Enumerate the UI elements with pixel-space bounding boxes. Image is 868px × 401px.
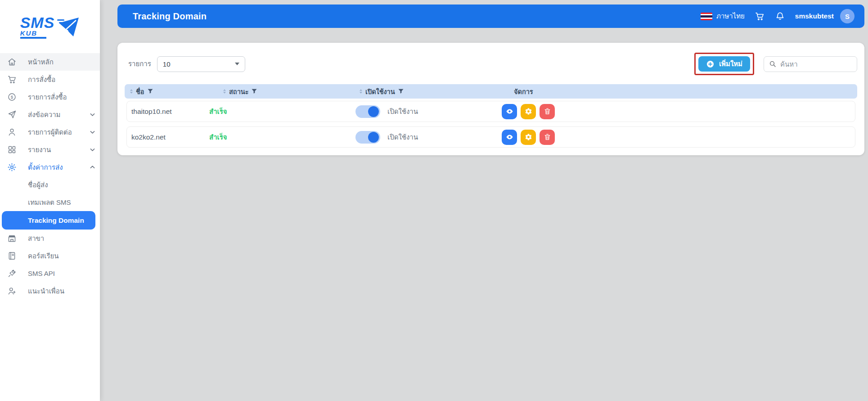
filter-funnel-icon[interactable] [398, 89, 404, 94]
sidebar-item-branch[interactable]: สาขา [0, 230, 100, 247]
column-header-enabled[interactable]: เปิดใช้งาน [360, 86, 514, 97]
paper-plane-logo-icon [56, 17, 80, 37]
sidebar: SMS KUB หน้าหลัก การสั่งซื้อ $ [0, 0, 100, 401]
chevron-down-icon [90, 112, 95, 117]
column-header-name[interactable]: ชื่อ [130, 86, 223, 97]
avatar: S [840, 9, 855, 23]
header-actions: ภาษาไทย smskubtest S [701, 9, 855, 23]
sidebar-item-label: SMS API [28, 270, 55, 277]
language-label: ภาษาไทย [716, 11, 745, 22]
actions-cell [502, 104, 855, 119]
sidebar-item-label: คอร์สเรียน [28, 251, 58, 261]
logo-sms-text: SMS [20, 16, 55, 29]
sidebar-item-label: ส่งข้อความ [28, 109, 61, 120]
sidebar-item-label: สาขา [28, 233, 44, 244]
sidebar-menu: หน้าหลัก การสั่งซื้อ $ รายการสั่งซื้อ ส่… [0, 53, 100, 300]
user-plus-icon [7, 286, 17, 296]
sidebar-item-label: รายการสั่งซื้อ [28, 92, 67, 103]
chevron-up-icon [90, 164, 95, 170]
sidebar-item-refer-friend[interactable]: แนะนำเพื่อน [0, 282, 100, 300]
api-icon [7, 269, 17, 279]
eye-icon [506, 133, 513, 141]
user-icon [7, 127, 17, 137]
sort-icon [130, 89, 133, 94]
add-new-button[interactable]: เพิ่มใหม่ [698, 56, 750, 72]
book-icon [7, 251, 17, 261]
store-icon [7, 234, 17, 243]
toggle-knob [368, 132, 379, 143]
per-page-label: รายการ [128, 59, 151, 69]
svg-text:$: $ [10, 95, 13, 99]
sidebar-item-tracking-domain[interactable]: Tracking Domain [2, 211, 95, 230]
plus-circle-icon [706, 60, 715, 68]
chevron-down-icon [90, 129, 95, 135]
search-box [764, 56, 857, 72]
status-badge: สำเร็จ [209, 106, 355, 117]
page-header: Tracking Domain ภาษาไทย smskubtest S [117, 5, 864, 28]
cart-icon[interactable] [755, 11, 765, 22]
enable-label: เปิดใช้งาน [387, 106, 418, 117]
language-switcher[interactable]: ภาษาไทย [701, 11, 745, 22]
table-row: ko2ko2.net สำเร็จ เปิดใช้งาน [126, 126, 855, 148]
sidebar-item-sms-template[interactable]: เทมเพลต SMS [0, 194, 100, 211]
eye-icon [506, 108, 513, 115]
thai-flag-icon [701, 13, 712, 20]
sidebar-item-label: เทมเพลต SMS [28, 197, 71, 208]
sidebar-item-send-settings[interactable]: ตั้งค่าการส่ง [0, 158, 100, 176]
table-row: thaitop10.net สำเร็จ เปิดใช้งาน [126, 101, 855, 122]
sidebar-item-reports[interactable]: รายงาน [0, 141, 100, 158]
home-icon [7, 57, 17, 67]
view-button[interactable] [502, 104, 517, 119]
settings-button[interactable] [521, 104, 536, 119]
cart-icon [7, 75, 17, 85]
enable-cell: เปิดใช้งาน [355, 131, 502, 144]
chevron-down-icon [90, 147, 95, 153]
sidebar-item-contacts[interactable]: รายการผู้ติดต่อ [0, 123, 100, 141]
delete-button[interactable] [540, 104, 555, 119]
dollar-circle-icon: $ [7, 92, 17, 102]
search-icon [769, 60, 776, 68]
per-page-select[interactable]: 10 [157, 56, 245, 72]
sidebar-item-order-list[interactable]: $ รายการสั่งซื้อ [0, 88, 100, 106]
column-header-manage: จัดการ [514, 86, 857, 97]
gear-icon [525, 133, 532, 141]
sidebar-item-sender-name[interactable]: ชื่อผู้ส่ง [0, 176, 100, 194]
delete-button[interactable] [540, 130, 555, 145]
gear-icon [525, 108, 532, 115]
content-card: รายการ 10 เพิ่มใหม่ ชื่อ สถานะ [117, 43, 864, 155]
sidebar-item-home[interactable]: หน้าหลัก [0, 53, 100, 71]
enable-toggle[interactable] [355, 131, 380, 144]
settings-button[interactable] [521, 130, 536, 145]
filter-funnel-icon[interactable] [148, 89, 153, 94]
domain-name: ko2ko2.net [131, 133, 209, 141]
sidebar-item-sms-api[interactable]: SMS API [0, 265, 100, 282]
enable-toggle[interactable] [355, 105, 380, 118]
sidebar-item-label: รายงาน [28, 144, 51, 155]
add-new-button-label: เพิ่มใหม่ [719, 59, 742, 69]
search-input[interactable] [780, 60, 852, 68]
sidebar-item-label: ตั้งค่าการส่ง [28, 162, 63, 173]
sidebar-item-courses[interactable]: คอร์สเรียน [0, 247, 100, 265]
domain-name: thaitop10.net [131, 108, 209, 116]
annotation-highlight-box: เพิ่มใหม่ [694, 53, 754, 75]
sidebar-item-label: รายการผู้ติดต่อ [28, 127, 72, 138]
sidebar-item-send-message[interactable]: ส่งข้อความ [0, 106, 100, 123]
column-header-status[interactable]: สถานะ [223, 86, 360, 97]
view-button[interactable] [502, 130, 517, 145]
page-title: Tracking Domain [133, 11, 207, 22]
enable-label: เปิดใช้งาน [387, 132, 418, 143]
sort-icon [360, 89, 362, 94]
smskub-logo: SMS KUB [0, 0, 100, 50]
table-header-row: ชื่อ สถานะ เปิดใช้งาน จัดการ [125, 84, 857, 99]
sidebar-item-orders[interactable]: การสั่งซื้อ [0, 71, 100, 88]
send-icon [7, 110, 17, 120]
account-menu[interactable]: smskubtest S [795, 9, 855, 23]
notification-bell-icon[interactable] [775, 11, 785, 22]
per-page-value: 10 [163, 60, 171, 68]
enable-cell: เปิดใช้งาน [355, 105, 502, 118]
sidebar-item-label: Tracking Domain [28, 216, 84, 225]
filter-funnel-icon[interactable] [252, 89, 257, 94]
grid-icon [7, 145, 17, 155]
sidebar-item-label: หน้าหลัก [28, 57, 54, 68]
sort-icon [223, 89, 226, 94]
